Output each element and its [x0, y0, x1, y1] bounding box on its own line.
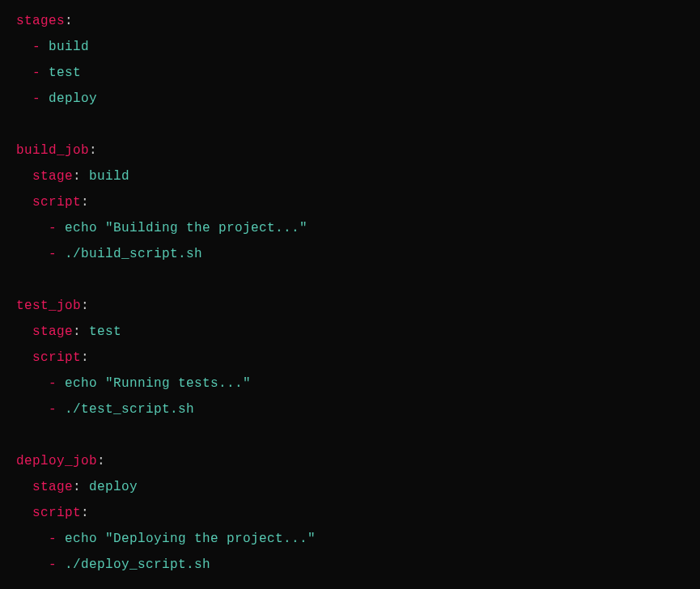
yaml-stage-value: build [89, 169, 129, 184]
yaml-key-script: script [32, 506, 81, 520]
colon: : [81, 506, 89, 520]
yaml-dash: - [49, 532, 57, 546]
yaml-key-stage: stage [32, 169, 73, 184]
colon: : [81, 299, 89, 313]
yaml-job-name: build_job [16, 143, 89, 158]
colon: : [97, 454, 105, 468]
yaml-stage-value: test [89, 324, 121, 339]
yaml-stage-item: build [49, 40, 89, 54]
yaml-dash: - [49, 557, 57, 572]
colon: : [73, 169, 81, 184]
yaml-script-line: ./deploy_script.sh [65, 557, 210, 572]
yaml-dash: - [49, 247, 57, 261]
yaml-script-line: ./test_script.sh [65, 402, 194, 417]
colon: : [81, 195, 89, 210]
yaml-dash: - [32, 91, 40, 106]
yaml-key-script: script [32, 350, 81, 365]
yaml-stage-value: deploy [89, 480, 138, 494]
yaml-key-stage: stage [32, 480, 73, 494]
yaml-key-stage: stage [32, 324, 73, 339]
yaml-stage-item: deploy [49, 91, 97, 106]
yaml-key-script: script [32, 195, 81, 210]
colon: : [73, 480, 81, 494]
yaml-job-name: test_job [16, 299, 81, 313]
yaml-job-name: deploy_job [16, 454, 97, 468]
yaml-key-stages: stages [16, 14, 65, 28]
colon: : [65, 14, 73, 28]
yaml-dash: - [49, 402, 57, 417]
yaml-script-line: echo "Running tests..." [65, 376, 251, 391]
yaml-stage-item: test [49, 66, 81, 80]
colon: : [73, 324, 81, 339]
yaml-code-block: stages: - build - test - deploy build_jo… [0, 0, 700, 589]
yaml-script-line: echo "Deploying the project..." [65, 532, 316, 546]
yaml-dash: - [49, 376, 57, 391]
yaml-dash: - [32, 40, 40, 54]
yaml-script-line: echo "Building the project..." [65, 221, 308, 235]
yaml-dash: - [32, 66, 40, 80]
yaml-script-line: ./build_script.sh [65, 247, 202, 261]
colon: : [89, 143, 97, 158]
yaml-dash: - [49, 221, 57, 235]
colon: : [81, 350, 89, 365]
